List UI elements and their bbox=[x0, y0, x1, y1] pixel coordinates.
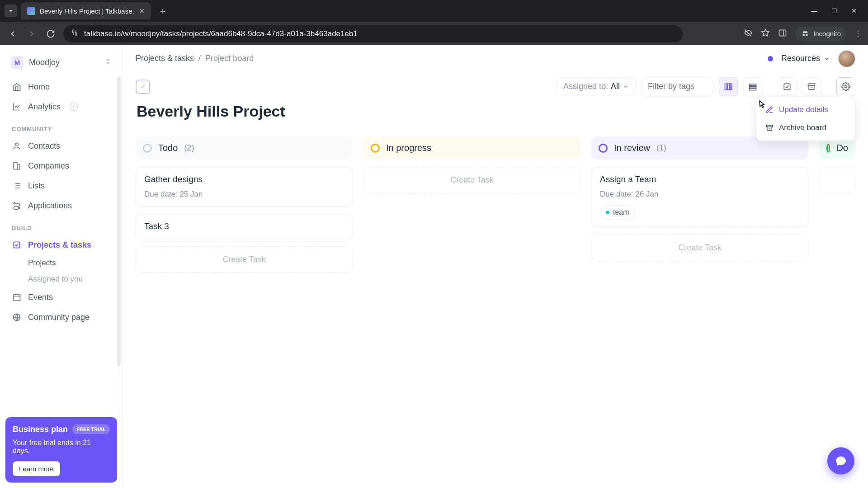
window-controls: — ☐ ✕ bbox=[810, 7, 863, 14]
svg-rect-20 bbox=[808, 84, 815, 85]
workspace-switcher[interactable]: M Moodjoy bbox=[5, 53, 117, 77]
settings-button[interactable] bbox=[836, 77, 855, 96]
svg-rect-6 bbox=[14, 163, 17, 169]
task-card[interactable]: Assign a Team Due date: 26 Jan team bbox=[591, 167, 808, 227]
reload-button[interactable] bbox=[44, 28, 57, 40]
assigned-filter[interactable]: Assigned to: All bbox=[557, 78, 636, 95]
task-title: Task 3 bbox=[144, 221, 169, 231]
contacts-icon bbox=[12, 141, 22, 151]
task-card[interactable]: Task 3 bbox=[136, 214, 353, 239]
site-settings-icon[interactable] bbox=[71, 28, 79, 39]
create-task-button[interactable]: Create Task bbox=[591, 235, 808, 261]
create-task-button[interactable]: Create Task bbox=[363, 167, 580, 193]
workspace-name: Moodjoy bbox=[29, 58, 99, 67]
kanban-board: Todo (2) Gather designs Due date: 25 Jan… bbox=[123, 129, 868, 280]
svg-rect-14 bbox=[727, 84, 729, 89]
create-task-button[interactable] bbox=[819, 167, 855, 193]
workspace-badge: M bbox=[11, 56, 24, 69]
close-tab-icon[interactable]: ✕ bbox=[139, 7, 145, 15]
task-due-date: Due date: 25 Jan bbox=[144, 190, 344, 199]
app-root: M Moodjoy Home Analytics i COMMUNITY Con… bbox=[0, 45, 868, 488]
svg-rect-19 bbox=[784, 84, 790, 89]
sidebar-item-applications[interactable]: Applications bbox=[5, 196, 117, 216]
view-list-button[interactable] bbox=[743, 77, 762, 96]
tasks-icon bbox=[12, 240, 22, 250]
promo-card: Business plan FREE TRIAL Your free trial… bbox=[5, 417, 117, 483]
svg-rect-13 bbox=[725, 84, 727, 89]
svg-rect-7 bbox=[17, 165, 20, 169]
chevron-down-icon bbox=[623, 84, 629, 90]
maximize-icon[interactable]: ☐ bbox=[830, 7, 838, 14]
close-window-icon[interactable]: ✕ bbox=[850, 7, 858, 14]
archive-icon bbox=[765, 124, 774, 132]
applications-icon bbox=[12, 201, 22, 211]
user-avatar[interactable] bbox=[838, 50, 855, 67]
back-button[interactable] bbox=[6, 28, 19, 40]
svg-rect-22 bbox=[766, 125, 773, 127]
promo-learn-more-button[interactable]: Learn more bbox=[13, 461, 60, 476]
column-header-in-progress[interactable]: In progress bbox=[363, 136, 580, 160]
svg-point-8 bbox=[14, 202, 15, 204]
favicon-icon bbox=[27, 7, 35, 15]
sidebar-item-events[interactable]: Events bbox=[5, 287, 117, 307]
filter-tags-input[interactable] bbox=[641, 77, 713, 96]
archive-view-button[interactable] bbox=[802, 77, 821, 96]
sidebar-item-analytics[interactable]: Analytics i bbox=[5, 97, 117, 117]
info-icon: i bbox=[70, 103, 78, 111]
resources-dropdown[interactable]: Resources bbox=[781, 54, 830, 63]
sidebar-item-projects-tasks[interactable]: Projects & tasks bbox=[5, 235, 117, 255]
project-icon: ✓ bbox=[136, 80, 150, 94]
status-ring-in-progress bbox=[371, 144, 380, 153]
sidebar-item-community-page[interactable]: Community page bbox=[5, 307, 117, 327]
view-board-button[interactable] bbox=[719, 77, 738, 96]
svg-rect-0 bbox=[73, 30, 74, 33]
svg-point-3 bbox=[802, 34, 805, 36]
sidebar-item-companies[interactable]: Companies bbox=[5, 156, 117, 176]
sidebar-sub-projects[interactable]: Projects bbox=[5, 255, 117, 271]
sidebar-item-lists[interactable]: Lists bbox=[5, 176, 117, 196]
tab-search-button[interactable] bbox=[5, 5, 17, 17]
svg-rect-11 bbox=[14, 295, 20, 300]
sidebar-item-home[interactable]: Home bbox=[5, 77, 117, 97]
column-header-todo[interactable]: Todo (2) bbox=[136, 136, 353, 160]
column-done: Do bbox=[819, 136, 855, 273]
status-ring-done bbox=[826, 144, 830, 153]
eye-off-icon[interactable] bbox=[744, 28, 753, 39]
tab-bar: Beverly Hills Project | Talkbase. ✕ ＋ — … bbox=[0, 0, 868, 22]
bookmark-star-icon[interactable] bbox=[761, 28, 770, 39]
sidebar: M Moodjoy Home Analytics i COMMUNITY Con… bbox=[0, 45, 123, 488]
panel-icon[interactable] bbox=[778, 28, 787, 39]
svg-rect-18 bbox=[750, 89, 756, 90]
forward-button[interactable] bbox=[25, 28, 38, 40]
url-input[interactable]: talkbase.io/w/moodjoy/tasks/projects/6aa… bbox=[63, 25, 683, 42]
top-bar: Projects & tasks / Project board Resourc… bbox=[123, 45, 868, 72]
browser-tab-active[interactable]: Beverly Hills Project | Talkbase. ✕ bbox=[21, 2, 151, 19]
create-task-button[interactable]: Create Task bbox=[136, 246, 353, 273]
sidebar-scrollbar[interactable] bbox=[117, 77, 121, 366]
svg-rect-16 bbox=[750, 84, 756, 85]
svg-point-5 bbox=[15, 143, 19, 146]
menu-archive-board[interactable]: Archive board bbox=[760, 119, 851, 137]
promo-title: Business plan bbox=[13, 425, 68, 434]
promo-badge: FREE TRIAL bbox=[72, 424, 110, 434]
sidebar-sub-assigned[interactable]: Assigned to you bbox=[5, 271, 117, 287]
incognito-indicator[interactable]: Incognito bbox=[795, 27, 846, 41]
menu-update-details[interactable]: Update details bbox=[760, 101, 851, 119]
sidebar-section-community: COMMUNITY bbox=[5, 117, 117, 136]
svg-rect-1 bbox=[75, 33, 77, 35]
task-card[interactable]: Gather designs Due date: 25 Jan bbox=[136, 167, 353, 206]
sidebar-item-contacts[interactable]: Contacts bbox=[5, 136, 117, 156]
chat-fab[interactable] bbox=[827, 447, 854, 474]
minimize-icon[interactable]: — bbox=[810, 7, 818, 14]
kebab-menu-icon[interactable]: ⋮ bbox=[854, 29, 862, 38]
calendar-icon bbox=[12, 292, 22, 302]
companies-icon bbox=[12, 161, 22, 171]
new-tab-button[interactable]: ＋ bbox=[155, 5, 171, 17]
my-tasks-button[interactable] bbox=[778, 77, 797, 96]
task-tag[interactable]: team bbox=[600, 205, 635, 220]
home-icon bbox=[12, 82, 22, 92]
project-title: Beverly Hills Project bbox=[137, 103, 855, 120]
breadcrumb-root[interactable]: Projects & tasks bbox=[136, 54, 194, 63]
svg-rect-15 bbox=[730, 84, 731, 89]
task-title: Gather designs bbox=[144, 174, 203, 184]
